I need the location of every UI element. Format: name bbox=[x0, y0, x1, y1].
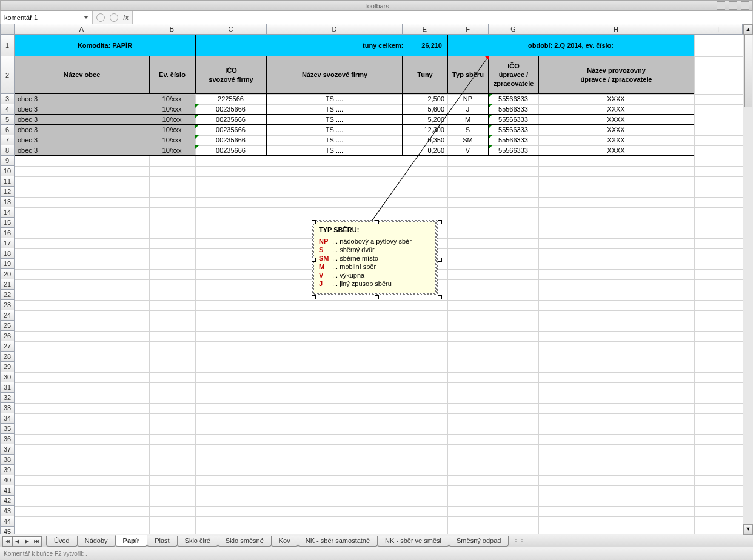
row-header-30[interactable]: 30 bbox=[1, 372, 15, 382]
tab-prev-button[interactable]: ◀ bbox=[12, 536, 22, 547]
row-header-16[interactable]: 16 bbox=[1, 228, 15, 238]
cell-C3[interactable]: 2225566 bbox=[195, 94, 267, 104]
col-header-E[interactable]: E bbox=[403, 24, 447, 34]
row-header-36[interactable]: 36 bbox=[1, 434, 15, 444]
cell-G4[interactable]: 55566333 bbox=[489, 104, 538, 115]
cell-E8[interactable]: 0,260 bbox=[403, 145, 447, 156]
cell-B7[interactable]: 10/xxx bbox=[149, 135, 195, 145]
error-indicator-icon[interactable] bbox=[195, 135, 199, 139]
resize-handle[interactable] bbox=[312, 258, 316, 262]
row-header-25[interactable]: 25 bbox=[1, 321, 15, 331]
row-header-10[interactable]: 10 bbox=[1, 166, 15, 176]
resize-handle[interactable] bbox=[438, 258, 442, 262]
error-indicator-icon[interactable] bbox=[195, 115, 199, 118]
table-header-B[interactable]: Ev. číslo bbox=[149, 56, 195, 94]
col-header-C[interactable]: C bbox=[195, 24, 267, 34]
cell-F6[interactable]: S bbox=[447, 125, 489, 135]
row-header-20[interactable]: 20 bbox=[1, 269, 15, 279]
row-header-32[interactable]: 32 bbox=[1, 393, 15, 403]
row-header-40[interactable]: 40 bbox=[1, 475, 15, 485]
row-header-12[interactable]: 12 bbox=[1, 187, 15, 197]
maximize-button[interactable] bbox=[729, 1, 737, 10]
row-header-34[interactable]: 34 bbox=[1, 413, 15, 424]
row-header-9[interactable]: 9 bbox=[1, 156, 15, 166]
cell-C5[interactable]: 00235666 bbox=[195, 115, 267, 125]
close-button[interactable] bbox=[741, 1, 749, 10]
cell-H4[interactable]: XXXX bbox=[538, 104, 694, 115]
col-header-A[interactable]: A bbox=[15, 24, 149, 34]
cell-E7[interactable]: 0,350 bbox=[403, 135, 447, 145]
table-header-C[interactable]: IČO svozové firmy bbox=[195, 56, 267, 94]
sheet-tab-nk-sb-r-ve-sm-si[interactable]: NK - sběr ve směsi bbox=[377, 536, 449, 547]
table-header-H[interactable]: Název provozovny úpravce / zpracovatele bbox=[538, 56, 694, 94]
row-header-42[interactable]: 42 bbox=[1, 496, 15, 506]
cell-F7[interactable]: SM bbox=[447, 135, 489, 145]
tab-last-button[interactable]: ⏭ bbox=[32, 536, 42, 547]
row-header-27[interactable]: 27 bbox=[1, 341, 15, 352]
cell-A7[interactable]: obec 3 bbox=[15, 135, 149, 145]
resize-handle[interactable] bbox=[438, 220, 442, 224]
sheet-tab--vod[interactable]: Úvod bbox=[46, 536, 78, 547]
sheet-tab-sklo-ir-[interactable]: Sklo čiré bbox=[177, 536, 218, 547]
sheet-tab-sm-sn-odpad[interactable]: Směsný odpad bbox=[449, 536, 509, 547]
row-header-13[interactable]: 13 bbox=[1, 197, 15, 207]
col-header-B[interactable]: B bbox=[149, 24, 195, 34]
cell-B4[interactable]: 10/xxx bbox=[149, 104, 195, 115]
cell-B5[interactable]: 10/xxx bbox=[149, 115, 195, 125]
row-header-4[interactable]: 4 bbox=[1, 104, 15, 115]
row-header-44[interactable]: 44 bbox=[1, 516, 15, 527]
tab-grip-icon[interactable]: ⋮⋮ bbox=[513, 538, 525, 545]
row-header-7[interactable]: 7 bbox=[1, 135, 15, 145]
table-header-G[interactable]: IČO úpravce / zpracovatele bbox=[489, 56, 538, 94]
resize-handle[interactable] bbox=[375, 220, 379, 224]
error-indicator-icon[interactable] bbox=[489, 125, 492, 128]
row-header-17[interactable]: 17 bbox=[1, 238, 15, 248]
col-header-F[interactable]: F bbox=[447, 24, 489, 34]
grid-area[interactable]: ABCDEFGHI 123456789101112131415161718192… bbox=[0, 24, 753, 534]
cell-A6[interactable]: obec 3 bbox=[15, 125, 149, 135]
row-header-29[interactable]: 29 bbox=[1, 362, 15, 372]
row-header-31[interactable]: 31 bbox=[1, 382, 15, 393]
row-header-21[interactable]: 21 bbox=[1, 279, 15, 290]
row-header-8[interactable]: 8 bbox=[1, 145, 15, 156]
row-header-2[interactable]: 2 bbox=[1, 56, 15, 94]
cell-B6[interactable]: 10/xxx bbox=[149, 125, 195, 135]
minimize-button[interactable] bbox=[717, 1, 725, 10]
error-indicator-icon[interactable] bbox=[489, 145, 492, 149]
tab-next-button[interactable]: ▶ bbox=[22, 536, 32, 547]
row-header-45[interactable]: 45 bbox=[1, 527, 15, 534]
vertical-scrollbar[interactable]: ▲ ▼ bbox=[743, 24, 753, 535]
row-header-18[interactable]: 18 bbox=[1, 248, 15, 259]
cell-D4[interactable]: TS .... bbox=[267, 104, 403, 115]
error-indicator-icon[interactable] bbox=[489, 135, 492, 139]
row-header-33[interactable]: 33 bbox=[1, 403, 15, 413]
cell-C8[interactable]: 00235666 bbox=[195, 145, 267, 156]
scroll-down-button[interactable]: ▼ bbox=[743, 524, 753, 535]
cell-F3[interactable]: NP bbox=[447, 94, 489, 104]
cell-F8[interactable]: V bbox=[447, 145, 489, 156]
row-header-6[interactable]: 6 bbox=[1, 125, 15, 135]
header-obdobi[interactable]: období: 2.Q 2014, ev. číslo: bbox=[447, 35, 694, 56]
cell-H6[interactable]: XXXX bbox=[538, 125, 694, 135]
cell-G5[interactable]: 55566333 bbox=[489, 115, 538, 125]
cell-A5[interactable]: obec 3 bbox=[15, 115, 149, 125]
cell-H3[interactable]: XXXX bbox=[538, 94, 694, 104]
table-header-A[interactable]: Název obce bbox=[15, 56, 149, 94]
row-header-24[interactable]: 24 bbox=[1, 310, 15, 321]
select-all-corner[interactable] bbox=[1, 24, 15, 34]
error-indicator-icon[interactable] bbox=[489, 115, 492, 118]
comment-box[interactable]: TYP SBĚRU:NP... nádobový a pytlový sběrS… bbox=[312, 220, 438, 295]
sheet-tab-kov[interactable]: Kov bbox=[271, 536, 298, 547]
resize-handle[interactable] bbox=[375, 295, 379, 299]
cell-C6[interactable]: 00235666 bbox=[195, 125, 267, 135]
row-header-1[interactable]: 1 bbox=[1, 35, 15, 56]
cell-E3[interactable]: 2,500 bbox=[403, 94, 447, 104]
cell-A8[interactable]: obec 3 bbox=[15, 145, 149, 156]
formula-accept-icon[interactable] bbox=[110, 13, 118, 22]
cell-A4[interactable]: obec 3 bbox=[15, 104, 149, 115]
cell-H7[interactable]: XXXX bbox=[538, 135, 694, 145]
cell-D5[interactable]: TS .... bbox=[267, 115, 403, 125]
error-indicator-icon[interactable] bbox=[195, 104, 199, 108]
sheet-tab-pap-r[interactable]: Papír bbox=[115, 535, 148, 547]
resize-handle[interactable] bbox=[312, 295, 316, 299]
